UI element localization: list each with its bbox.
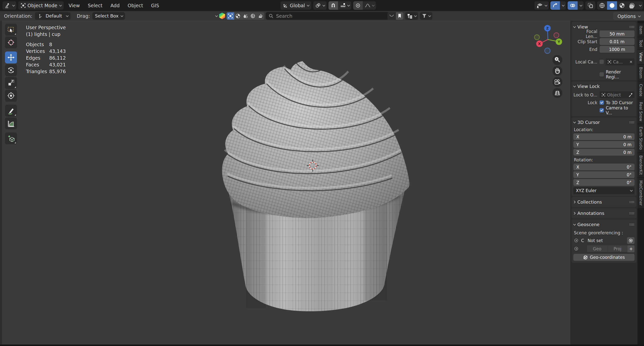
focal-length-field[interactable]: 50 mm xyxy=(600,31,634,37)
cursor-location-z[interactable]: Z 0 m xyxy=(573,149,634,156)
blenderkit-logo-icon[interactable] xyxy=(219,13,225,19)
navigation-gizmo[interactable]: Z Y X xyxy=(534,25,562,54)
pivot-point-dropdown[interactable] xyxy=(313,1,326,10)
tab-matcombiner[interactable]: MatCombiner xyxy=(638,178,644,208)
cursor-location-x[interactable]: X 0 m xyxy=(573,133,634,140)
asset-type-material[interactable] xyxy=(234,12,242,20)
shading-material[interactable] xyxy=(617,1,627,10)
local-camera-checkbox[interactable] xyxy=(600,60,604,64)
pan-hand-button[interactable] xyxy=(552,66,562,76)
cursor-location-y[interactable]: Y 0 m xyxy=(573,141,634,148)
proportional-edit-toggle[interactable] xyxy=(353,1,363,10)
local-camera-field[interactable]: Ca... ✕ xyxy=(606,59,634,65)
cupcake-model[interactable] xyxy=(222,61,410,311)
camera-to-view-checkbox[interactable] xyxy=(600,108,604,112)
snap-target-dropdown[interactable] xyxy=(338,1,351,10)
menu-object[interactable]: Object xyxy=(124,3,146,8)
shading-rendered[interactable] xyxy=(627,1,637,10)
tab-create[interactable]: Create xyxy=(638,82,644,99)
menu-add[interactable]: Add xyxy=(107,3,122,8)
visibility-dropdown[interactable] xyxy=(534,1,549,10)
gizmo-axis-neg-y[interactable] xyxy=(534,35,540,40)
tool-cursor[interactable] xyxy=(5,37,17,49)
tab-view[interactable]: View xyxy=(638,50,644,64)
tool-rotate[interactable] xyxy=(5,64,17,76)
clip-start-field[interactable]: 0.01 m xyxy=(600,38,634,45)
tab-blenderkit[interactable]: BlenderKit xyxy=(638,153,644,177)
tab-item[interactable]: Item xyxy=(638,23,644,37)
gizmo-dropdown[interactable] xyxy=(560,1,566,10)
show-gizmo-toggle[interactable] xyxy=(550,1,560,10)
add-crs-button[interactable]: + xyxy=(628,245,634,252)
panel-annotations-header[interactable]: Annotations xyxy=(573,210,634,217)
clip-end-field[interactable]: 1000 m xyxy=(600,46,634,53)
tool-move[interactable] xyxy=(5,52,17,64)
categories-dropdown[interactable] xyxy=(405,12,418,20)
tool-annotate[interactable] xyxy=(5,105,17,117)
gizmo-axis-neg-z[interactable] xyxy=(545,48,550,54)
tab-tool[interactable]: Tool xyxy=(638,37,644,50)
panel-3d-cursor-header[interactable]: 3D Cursor xyxy=(573,119,634,126)
transform-orientation-dropdown[interactable]: Global xyxy=(280,1,311,10)
asset-type-scene[interactable] xyxy=(242,12,249,20)
editor-type-dropdown[interactable] xyxy=(2,1,16,10)
geo-button[interactable]: Geo xyxy=(587,245,607,252)
blenderkit-collapse-chevron[interactable] xyxy=(215,14,218,17)
filter-dropdown[interactable] xyxy=(420,12,432,20)
shading-wireframe[interactable] xyxy=(597,1,607,10)
proportional-falloff-dropdown[interactable] xyxy=(363,1,376,10)
gizmo-axis-neg-x[interactable] xyxy=(554,33,559,38)
asset-type-model[interactable] xyxy=(227,12,234,20)
tab-blosm[interactable]: Blosm xyxy=(638,65,644,81)
panel-geoscene-header[interactable]: Geoscene xyxy=(573,221,634,228)
close-icon[interactable]: ✕ xyxy=(629,60,632,64)
drag-handle-icon[interactable] xyxy=(629,223,634,226)
drag-mode-dropdown[interactable]: Select Box xyxy=(92,12,125,20)
ortho-grid-button[interactable] xyxy=(552,88,562,98)
proj-button[interactable]: Proj xyxy=(607,245,628,252)
panel-view-lock-header[interactable]: View Lock xyxy=(573,83,634,90)
zoom-button[interactable] xyxy=(552,55,562,65)
menu-gis[interactable]: GIS xyxy=(148,3,162,8)
shading-dropdown[interactable] xyxy=(637,1,643,10)
geo-coordinates-button[interactable]: Geo-coordinates xyxy=(573,254,634,261)
cursor-rotation-x[interactable]: X 0° xyxy=(573,164,634,170)
drag-handle-icon[interactable] xyxy=(629,201,634,203)
asset-search-input[interactable]: Search xyxy=(266,12,390,20)
asset-type-brush[interactable] xyxy=(256,12,264,20)
camera-view-button[interactable] xyxy=(552,77,562,87)
mode-selector[interactable]: Object Mode xyxy=(18,1,64,10)
rotation-mode-dropdown[interactable]: XYZ Euler xyxy=(573,187,634,194)
menu-select[interactable]: Select xyxy=(85,3,106,8)
tab-real-snow[interactable]: Real Snow xyxy=(638,99,644,124)
drag-handle-icon[interactable] xyxy=(629,121,634,123)
viewport-canvas[interactable]: Z Y X xyxy=(0,21,570,344)
proj-radio[interactable] xyxy=(574,247,578,251)
tool-scale[interactable] xyxy=(5,77,17,89)
snap-toggle[interactable] xyxy=(328,1,338,10)
tool-add-cube[interactable] xyxy=(5,132,17,144)
cursor-rotation-y[interactable]: Y 0° xyxy=(573,171,634,178)
lock-to-3d-cursor-checkbox[interactable] xyxy=(600,100,604,105)
cursor-rotation-z[interactable]: Z 0° xyxy=(573,179,634,186)
drag-orientation-dropdown[interactable]: Default xyxy=(35,12,70,20)
shading-solid[interactable] xyxy=(607,1,617,10)
overlays-toggle[interactable] xyxy=(568,1,578,10)
xray-toggle[interactable] xyxy=(585,1,595,10)
drag-handle-icon[interactable] xyxy=(629,26,634,28)
tab-earth-studio[interactable]: Earth Studio xyxy=(638,124,644,152)
tool-measure[interactable] xyxy=(5,117,17,129)
viewport-3d-scene[interactable]: Z Y X xyxy=(0,21,570,344)
crs-settings-button[interactable] xyxy=(627,237,634,244)
crs-radio[interactable] xyxy=(574,239,578,242)
tool-transform[interactable] xyxy=(5,90,17,102)
ratings-button[interactable] xyxy=(388,12,396,20)
tool-select-box[interactable] xyxy=(5,24,17,36)
asset-type-hdr[interactable] xyxy=(249,12,256,20)
lock-to-object-field[interactable]: Object xyxy=(600,91,634,98)
bookmarks-button[interactable] xyxy=(396,12,403,20)
render-region-checkbox[interactable] xyxy=(600,72,604,77)
eyedropper-icon[interactable] xyxy=(628,93,632,97)
menu-view[interactable]: View xyxy=(66,3,83,8)
panel-collections-header[interactable]: Collections xyxy=(573,198,634,205)
